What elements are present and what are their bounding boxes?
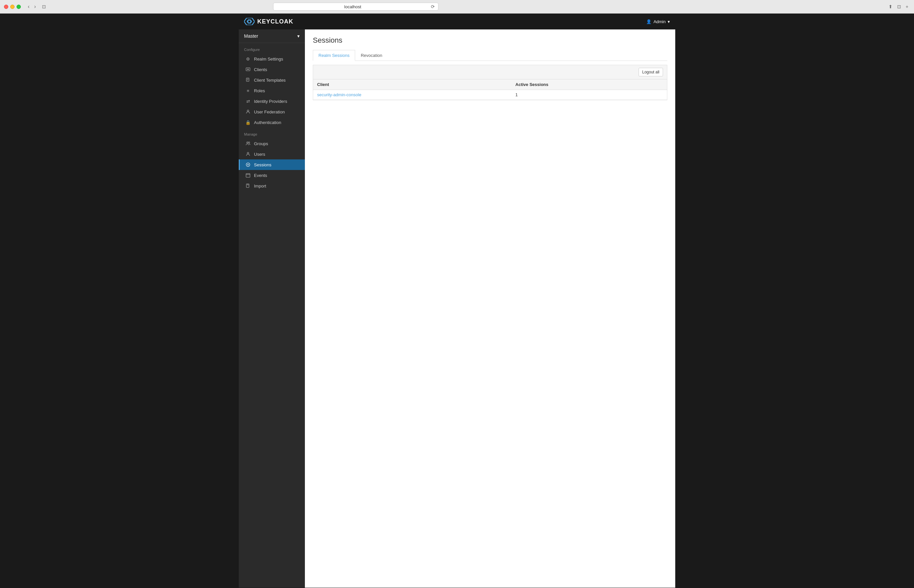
share-button[interactable]: ⬆ [887, 3, 894, 10]
window-arrange-button[interactable]: ⊡ [40, 3, 48, 10]
app-container: KEYCLOAK 👤 Admin ▾ Master ▾ Configure ⚙ … [239, 14, 675, 588]
sidebar-item-authentication[interactable]: 🔒 Authentication [239, 117, 305, 128]
maximize-button[interactable] [16, 5, 21, 9]
active-sessions-cell: 1 [512, 90, 667, 100]
admin-icon: 👤 [646, 19, 651, 24]
sidebar-item-identity-providers[interactable]: ⇄ Identity Providers [239, 96, 305, 107]
admin-label: Admin [653, 19, 666, 24]
client-link[interactable]: security-admin-console [317, 92, 362, 97]
back-button[interactable]: ‹ [26, 3, 31, 10]
sidebar-item-authentication-label: Authentication [254, 120, 281, 125]
manage-section-label: Manage [239, 128, 305, 138]
traffic-lights [4, 5, 21, 9]
sidebar-item-clients[interactable]: Clients [239, 64, 305, 75]
sidebar-item-roles-label: Roles [254, 88, 265, 93]
address-bar: ⟳ [273, 3, 438, 11]
client-cell: security-admin-console [313, 90, 512, 100]
page-title: Sessions [313, 36, 667, 45]
svg-rect-4 [247, 69, 249, 70]
sidebar-item-realm-settings[interactable]: ⚙ Realm Settings [239, 53, 305, 64]
sidebar-item-events-label: Events [254, 173, 267, 178]
toolbar-right: ⬆ ⊡ + [887, 3, 910, 10]
svg-rect-16 [246, 184, 249, 187]
sidebar-item-client-templates[interactable]: Client Templates [239, 75, 305, 85]
svg-point-10 [247, 142, 248, 143]
sidebar-item-client-templates-label: Client Templates [254, 78, 286, 83]
sidebar-item-users[interactable]: Users [239, 149, 305, 159]
url-input[interactable] [277, 4, 429, 9]
table-toolbar: Logout all [313, 65, 667, 79]
keycloak-logo: KEYCLOAK [244, 18, 293, 26]
svg-point-11 [248, 142, 250, 143]
new-tab-button[interactable]: + [904, 3, 910, 10]
events-icon [245, 173, 251, 178]
sessions-table-container: Logout all Client Active Sessions securi… [313, 65, 667, 100]
sidebar-item-events[interactable]: Events [239, 170, 305, 181]
svg-rect-2 [248, 21, 250, 23]
sidebar-item-sessions-label: Sessions [254, 162, 271, 167]
col-client: Client [313, 79, 512, 90]
admin-dropdown[interactable]: 👤 Admin ▾ [646, 19, 670, 24]
forward-button[interactable]: › [32, 3, 37, 10]
table-row: security-admin-console 1 [313, 90, 667, 100]
sidebar-item-clients-label: Clients [254, 67, 267, 72]
close-button[interactable] [4, 5, 8, 9]
sidebar-item-user-federation[interactable]: User Federation [239, 107, 305, 117]
sidebar-item-user-federation-label: User Federation [254, 110, 285, 115]
sidebar-item-users-label: Users [254, 152, 265, 157]
tab-revocation-label: Revocation [361, 53, 382, 58]
svg-point-14 [247, 164, 249, 165]
sidebar-item-groups[interactable]: Groups [239, 138, 305, 149]
sessions-icon [245, 162, 251, 167]
reload-button[interactable]: ⟳ [431, 4, 435, 9]
configure-section-label: Configure [239, 43, 305, 53]
logo-icon [244, 18, 255, 26]
dropdown-chevron-icon: ▾ [668, 19, 670, 24]
tab-realm-sessions-label: Realm Sessions [318, 53, 350, 58]
sidebar-item-roles[interactable]: ≡ Roles [239, 85, 305, 96]
sidebar-item-import[interactable]: Import [239, 181, 305, 191]
sidebar-toggle-button[interactable]: ⊡ [895, 3, 903, 10]
import-icon [245, 183, 251, 189]
groups-icon [245, 141, 251, 146]
svg-rect-15 [246, 174, 250, 177]
sidebar-item-groups-label: Groups [254, 141, 268, 146]
tab-realm-sessions[interactable]: Realm Sessions [313, 50, 355, 61]
table-header: Client Active Sessions [313, 79, 667, 90]
sidebar-item-identity-providers-label: Identity Providers [254, 99, 287, 104]
logout-all-button[interactable]: Logout all [639, 68, 663, 76]
clients-icon [245, 67, 251, 72]
authentication-icon: 🔒 [245, 120, 251, 125]
app-title: KEYCLOAK [257, 18, 293, 25]
col-active-sessions: Active Sessions [512, 79, 667, 90]
realm-chevron-icon: ▾ [297, 33, 300, 39]
realm-settings-icon: ⚙ [245, 56, 251, 61]
svg-rect-7 [247, 79, 248, 80]
content-area: Sessions Realm Sessions Revocation Logou… [305, 29, 675, 588]
identity-providers-icon: ⇄ [245, 99, 251, 104]
nav-buttons: ‹ › [26, 3, 38, 10]
sidebar-item-realm-settings-label: Realm Settings [254, 57, 283, 61]
sidebar-item-import-label: Import [254, 184, 266, 189]
svg-point-9 [247, 110, 249, 112]
sessions-table: Client Active Sessions security-admin-co… [313, 79, 667, 100]
table-body: security-admin-console 1 [313, 90, 667, 100]
tab-revocation[interactable]: Revocation [355, 50, 388, 61]
realm-name: Master [244, 33, 258, 39]
top-navbar: KEYCLOAK 👤 Admin ▾ [239, 14, 675, 29]
minimize-button[interactable] [10, 5, 15, 9]
sidebar-item-sessions[interactable]: Sessions [239, 159, 305, 170]
svg-point-12 [247, 152, 249, 154]
browser-chrome: ‹ › ⊡ ⟳ ⬆ ⊡ + [0, 0, 914, 14]
roles-icon: ≡ [245, 88, 251, 93]
tabs: Realm Sessions Revocation [313, 50, 667, 61]
main-layout: Master ▾ Configure ⚙ Realm Settings Clie… [239, 29, 675, 588]
user-federation-icon [245, 109, 251, 115]
users-icon [245, 152, 251, 157]
client-templates-icon [245, 78, 251, 83]
realm-selector[interactable]: Master ▾ [239, 29, 305, 43]
svg-rect-6 [247, 79, 248, 79]
sidebar: Master ▾ Configure ⚙ Realm Settings Clie… [239, 29, 305, 588]
